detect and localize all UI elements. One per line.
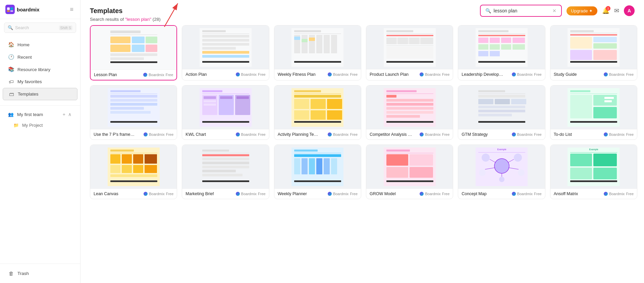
template-card-product-launch[interactable]: Product Launch Plan Boardmix Free xyxy=(366,25,453,80)
sidebar-item-resource-library[interactable]: 📚 Resource library xyxy=(3,63,77,75)
svg-rect-129 xyxy=(478,110,525,112)
free-badge: Free xyxy=(442,192,450,196)
template-card-ansoff[interactable]: Example Ansoff Matrix Boardmix Free xyxy=(550,145,637,199)
logo[interactable]: boardmix xyxy=(5,5,40,14)
template-search-input[interactable] xyxy=(494,8,552,13)
sidebar-trash-section: 🗑 Trash xyxy=(0,264,80,283)
template-card-gtm[interactable]: GTM Strategy Boardmix Free xyxy=(458,85,545,140)
boardmix-dot xyxy=(328,192,332,196)
template-card-lesson-plan[interactable]: Lesson Plan Boardmix Free xyxy=(90,25,177,80)
template-card-leadership[interactable]: Leadership Development Pl... Boardmix Fr… xyxy=(458,25,545,80)
template-card-competitor-analysis[interactable]: Competitor Analysis Report Boardmix Free xyxy=(366,85,453,140)
sidebar-item-trash[interactable]: 🗑 Trash xyxy=(3,268,77,279)
free-badge: Free xyxy=(626,132,634,136)
template-source-todo: Boardmix Free xyxy=(604,132,634,136)
sidebar-item-my-favorites[interactable]: 🏷 My favorites xyxy=(3,76,77,88)
svg-rect-171 xyxy=(316,158,322,174)
template-card-activity-planning[interactable]: Activity Planning Template Boardmix Free xyxy=(274,85,361,140)
template-footer-todo: To-do List Boardmix Free xyxy=(550,129,637,139)
svg-rect-63 xyxy=(490,44,500,50)
template-footer-leadership: Leadership Development Pl... Boardmix Fr… xyxy=(458,69,545,79)
source-label: Boardmix xyxy=(241,72,257,76)
source-label: Boardmix xyxy=(241,192,257,196)
svg-rect-68 xyxy=(478,61,525,63)
template-name-kwl: KWL Chart xyxy=(185,132,206,137)
user-avatar[interactable]: A xyxy=(624,5,635,16)
sidebar-item-templates[interactable]: 🗃 Templates xyxy=(3,88,77,100)
svg-rect-1 xyxy=(7,7,10,10)
template-card-todo[interactable]: To-do List Boardmix Free xyxy=(550,85,637,140)
sidebar-search-bar[interactable]: 🔍 Search Shift S xyxy=(4,22,76,33)
sidebar-item-home[interactable]: 🏠 Home xyxy=(3,39,77,51)
svg-rect-144 xyxy=(110,154,120,164)
template-thumb-leadership xyxy=(458,25,545,69)
template-card-grow-model[interactable]: GROW Model Boardmix Free xyxy=(366,145,453,199)
template-card-weekly-fitness[interactable]: Weekly Fitness Plan Boardmix Free xyxy=(274,25,361,80)
svg-point-190 xyxy=(518,169,525,176)
svg-rect-176 xyxy=(386,150,410,152)
svg-rect-168 xyxy=(294,158,300,174)
sidebar-item-recent[interactable]: 🕐 Recent xyxy=(3,51,77,63)
template-card-study-guide[interactable]: Study Guide Boardmix Free xyxy=(550,25,637,80)
svg-rect-202 xyxy=(570,168,592,179)
svg-rect-204 xyxy=(570,180,617,182)
sidebar-team[interactable]: 👥 My first team + ∧ xyxy=(3,109,77,120)
study-guide-preview xyxy=(568,28,620,67)
sidebar-project[interactable]: 📁 My Project xyxy=(0,120,80,130)
template-footer-weekly-fitness: Weekly Fitness Plan Boardmix Free xyxy=(274,69,361,79)
template-name-lean-canvas: Lean Canvas xyxy=(94,191,118,196)
lesson-plan-preview xyxy=(108,29,160,67)
svg-rect-102 xyxy=(294,94,341,94)
messages-button[interactable]: ✉ xyxy=(614,7,619,14)
svg-rect-41 xyxy=(294,61,341,63)
svg-rect-55 xyxy=(478,30,508,32)
svg-rect-15 xyxy=(146,45,157,52)
template-card-weekly-planner[interactable]: Weekly Planner Boardmix Free xyxy=(274,145,361,199)
svg-rect-138 xyxy=(604,97,614,99)
results-text: Search results of "lesson plan" (28) xyxy=(80,17,644,25)
template-search-bar[interactable]: 🔍 ✕ xyxy=(480,5,562,17)
templates-icon: 🗃 xyxy=(8,91,14,97)
template-card-7ps[interactable]: Use the 7 P's framework to ... Boardmix … xyxy=(90,85,177,140)
svg-point-189 xyxy=(479,169,486,176)
svg-rect-155 xyxy=(202,150,229,152)
svg-rect-35 xyxy=(316,35,322,53)
svg-rect-83 xyxy=(110,99,157,102)
free-badge: Free xyxy=(166,73,173,77)
svg-rect-16 xyxy=(110,53,157,56)
header-right: 🔍 ✕ Upgrade ✦ 🔔 1 ✉ A xyxy=(480,5,635,17)
svg-rect-30 xyxy=(294,30,321,32)
notifications-button[interactable]: 🔔 1 xyxy=(602,7,609,14)
svg-rect-159 xyxy=(202,162,249,164)
svg-rect-64 xyxy=(501,44,511,50)
boardmix-dot xyxy=(604,192,608,196)
template-card-kwl[interactable]: KWL Chart Boardmix Free xyxy=(182,85,269,140)
search-shortcut-badge: Shift S xyxy=(59,25,72,30)
svg-rect-66 xyxy=(478,51,488,56)
clear-search-button[interactable]: ✕ xyxy=(552,8,556,13)
template-card-marketing-brief[interactable]: Marketing Brief Boardmix Free xyxy=(182,145,269,199)
upgrade-button[interactable]: Upgrade ✦ xyxy=(567,6,597,15)
svg-rect-58 xyxy=(478,38,488,43)
free-badge: Free xyxy=(166,192,174,196)
svg-rect-23 xyxy=(202,39,249,42)
svg-rect-85 xyxy=(110,107,144,110)
svg-rect-0 xyxy=(5,5,15,14)
template-thumb-7ps xyxy=(90,86,177,129)
collapse-team-button[interactable]: ∧ xyxy=(67,112,72,117)
boardmix-dot xyxy=(236,192,240,196)
template-card-action-plan[interactable]: Action Plan Boardmix Free xyxy=(182,25,269,80)
template-card-concept-map[interactable]: Example xyxy=(458,145,545,199)
page-title: Templates xyxy=(90,7,122,15)
template-name-grow-model: GROW Model xyxy=(370,191,396,196)
marketing-brief-preview xyxy=(200,148,252,186)
template-thumb-product-launch xyxy=(366,25,453,69)
collapse-sidebar-button[interactable]: ≡ xyxy=(68,5,75,14)
svg-rect-128 xyxy=(478,106,525,108)
svg-rect-50 xyxy=(421,38,433,44)
template-name-7ps: Use the 7 P's framework to ... xyxy=(94,132,137,137)
template-name-marketing-brief: Marketing Brief xyxy=(185,191,214,196)
add-team-button[interactable]: + xyxy=(62,112,66,117)
template-card-lean-canvas[interactable]: Lean Canvas Boardmix Free xyxy=(90,145,177,199)
svg-rect-26 xyxy=(202,51,249,54)
